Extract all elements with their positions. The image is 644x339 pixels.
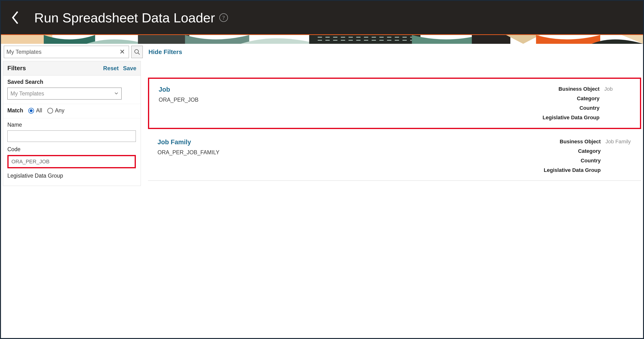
name-field-label: Name [7, 122, 136, 128]
help-icon[interactable]: ? [219, 13, 228, 22]
hide-filters-link[interactable]: Hide Filters [148, 48, 182, 56]
result-title-link[interactable]: Job Family [158, 139, 229, 146]
kv-category-label: Category [544, 148, 601, 154]
result-card: Job Family ORA_PER_JOB_FAMILY Business O… [148, 131, 641, 181]
saved-search-label: Saved Search [7, 79, 136, 85]
back-button[interactable] [8, 6, 22, 30]
kv-business-object-value: Job [604, 86, 638, 92]
search-icon [134, 49, 140, 55]
svg-rect-2 [309, 35, 420, 44]
kv-country-label: Country [542, 105, 600, 111]
kv-business-object-label: Business Object [544, 139, 601, 145]
kv-category-value [606, 148, 639, 154]
clear-search-icon[interactable]: ✕ [118, 49, 126, 55]
search-input[interactable] [6, 49, 118, 55]
search-box: ✕ [4, 46, 129, 58]
results-area: Job ORA_PER_JOB Business Object Job Cate… [141, 61, 641, 181]
match-label: Match [7, 107, 23, 114]
search-button[interactable] [131, 46, 143, 58]
kv-country-value [604, 105, 638, 111]
kv-ldg-label: Legislative Data Group [544, 167, 601, 173]
match-all-radio[interactable]: All [28, 107, 42, 114]
code-input[interactable] [7, 155, 136, 168]
match-any-label: Any [55, 107, 64, 114]
radio-icon [28, 108, 34, 114]
decorative-banner [1, 34, 643, 44]
result-code: ORA_PER_JOB_FAMILY [158, 149, 229, 156]
kv-business-object-label: Business Object [542, 86, 600, 92]
match-any-radio[interactable]: Any [47, 107, 64, 114]
radio-icon [47, 108, 53, 114]
svg-rect-5 [472, 35, 510, 44]
saved-search-select[interactable]: My Templates [7, 88, 122, 100]
reset-link[interactable]: Reset [103, 65, 119, 72]
page-title: Run Spreadsheet Data Loader [34, 10, 215, 26]
svg-line-7 [138, 53, 140, 55]
filters-panel: Filters Reset Save Saved Search My Templ… [3, 61, 141, 186]
svg-rect-1 [138, 35, 189, 44]
kv-ldg-value [606, 167, 639, 173]
code-field-label: Code [7, 146, 136, 153]
save-link[interactable]: Save [123, 65, 136, 72]
saved-search-value: My Templates [10, 91, 44, 97]
name-input[interactable] [7, 130, 136, 142]
kv-country-value [606, 158, 639, 164]
kv-business-object-value: Job Family [606, 139, 639, 145]
result-card: Job ORA_PER_JOB Business Object Job Cate… [148, 78, 641, 129]
filters-title: Filters [7, 65, 26, 72]
kv-ldg-label: Legislative Data Group [542, 115, 600, 121]
result-title-link[interactable]: Job [159, 86, 230, 93]
kv-ldg-value [604, 115, 638, 121]
chevron-down-icon [114, 91, 118, 97]
result-code: ORA_PER_JOB [159, 97, 230, 103]
chevron-left-icon [10, 11, 20, 25]
ldg-field-label: Legislative Data Group [7, 173, 136, 179]
kv-category-value [604, 96, 638, 102]
kv-country-label: Country [544, 158, 601, 164]
svg-point-6 [135, 50, 138, 53]
match-all-label: All [36, 107, 42, 114]
kv-category-label: Category [542, 96, 600, 102]
